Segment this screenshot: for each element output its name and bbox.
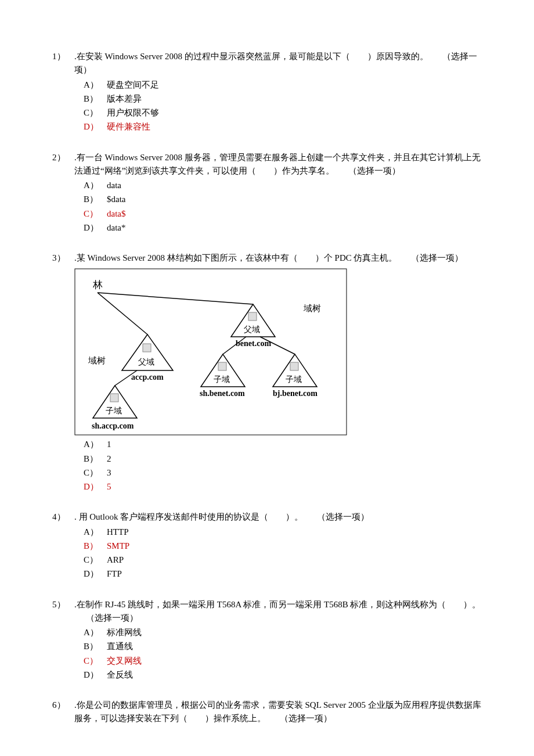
option-label: D） [84, 567, 107, 581]
option-text: SMTP [107, 539, 129, 553]
option-label: B） [84, 193, 107, 206]
option-text: data [107, 179, 121, 192]
options-list: A）data B）$data C）data$ D）data* [74, 179, 482, 235]
option-label: A） [84, 525, 107, 539]
label-tree-right: 域树 [303, 304, 321, 313]
question-6: 6） .你是公司的数据库管理员，根据公司的业务需求，需要安装 SQL Serve… [52, 699, 482, 726]
svg-line-1 [98, 293, 147, 334]
option-label: C） [84, 466, 107, 480]
question-text: .某 Windows Server 2008 林结构如下图所示，在该林中有（ ）… [74, 253, 397, 262]
svg-line-2 [98, 293, 253, 304]
question-header: 2） .有一台 Windows Server 2008 服务器，管理员需要在服务… [52, 151, 482, 236]
question-hint: （选择一项） [348, 166, 400, 175]
question-text: . 用 Outlook 客户端程序发送邮件时使用的协议是（ ）。 [74, 512, 303, 521]
option-text: 3 [107, 466, 111, 480]
question-body: . 用 Outlook 客户端程序发送邮件时使用的协议是（ ）。 （选择一项） … [74, 510, 482, 581]
label-sh-benet: sh.benet.com [200, 389, 245, 398]
option-a: A）硬盘空间不足 [84, 78, 482, 92]
option-text: data* [107, 221, 125, 235]
option-label: A） [84, 78, 107, 92]
options-list: A）1 B）2 C）3 D）5 [74, 438, 482, 494]
svg-rect-15 [110, 394, 118, 402]
option-d: D）硬件兼容性 [84, 120, 482, 134]
option-text: 硬盘空间不足 [107, 78, 159, 92]
option-text: HTTP [107, 525, 129, 539]
question-hint: （选择一项） [317, 512, 369, 521]
option-d: D）全反线 [84, 668, 482, 682]
option-text: 用户权限不够 [107, 106, 159, 120]
question-hint: （选择一项） [411, 253, 463, 262]
option-label: D） [84, 480, 107, 494]
option-a: A）1 [84, 438, 482, 451]
option-text: 交叉网线 [107, 654, 142, 668]
option-text: 全反线 [107, 668, 133, 682]
option-text: data$ [107, 207, 125, 221]
question-text: .你是公司的数据库管理员，根据公司的业务需求，需要安装 SQL Server 2… [74, 700, 481, 723]
question-number: 4） [52, 510, 74, 581]
option-c: C）3 [84, 466, 482, 480]
forest-diagram: 林 域树 父域 benet.com [74, 268, 482, 435]
svg-rect-10 [290, 362, 298, 370]
svg-rect-12 [143, 344, 151, 352]
svg-rect-4 [248, 312, 257, 321]
option-label: D） [84, 221, 107, 235]
option-a: A）HTTP [84, 525, 482, 539]
question-body: .某 Windows Server 2008 林结构如下图所示，在该林中有（ ）… [74, 251, 482, 494]
question-hint: （选择一项） [86, 613, 138, 622]
option-label: B） [84, 452, 107, 466]
options-list: A）HTTP B）SMTP C）ARP D）FTP [74, 525, 482, 581]
question-header: 5） .在制作 RJ-45 跳线时，如果一端采用 T568A 标准，而另一端采用… [52, 598, 482, 683]
option-label: C） [84, 654, 107, 668]
option-c: C）data$ [84, 207, 482, 221]
option-b: B）$data [84, 193, 482, 206]
question-header: 1） .在安装 Windows Server 2008 的过程中显示器突然蓝屏，… [52, 50, 482, 135]
question-body: .在制作 RJ-45 跳线时，如果一端采用 T568A 标准，而另一端采用 T5… [74, 598, 482, 683]
question-1: 1） .在安装 Windows Server 2008 的过程中显示器突然蓝屏，… [52, 50, 482, 135]
option-text: 直通线 [107, 640, 133, 653]
question-body: .在安装 Windows Server 2008 的过程中显示器突然蓝屏，最可能… [74, 50, 482, 135]
label-bj-benet: bj.benet.com [273, 389, 317, 398]
option-label: A） [84, 179, 107, 192]
question-body: .有一台 Windows Server 2008 服务器，管理员需要在服务器上创… [74, 151, 482, 236]
question-text: .有一台 Windows Server 2008 服务器，管理员需要在服务器上创… [74, 153, 481, 175]
question-3: 3） .某 Windows Server 2008 林结构如下图所示，在该林中有… [52, 251, 482, 494]
label-child-sh-benet: 子域 [214, 375, 230, 384]
label-child-sh-accp: 子域 [106, 406, 122, 415]
options-list: A）标准网线 B）直通线 C）交叉网线 D）全反线 [74, 626, 482, 682]
label-forest: 林 [92, 279, 103, 290]
question-text: .在制作 RJ-45 跳线时，如果一端采用 T568A 标准，而另一端采用 T5… [74, 600, 481, 609]
label-tree-left: 域树 [88, 356, 106, 365]
option-b: B）版本差异 [84, 92, 482, 106]
option-label: C） [84, 553, 107, 567]
option-text: 1 [107, 438, 111, 451]
option-label: C） [84, 106, 107, 120]
option-text: 标准网线 [107, 626, 142, 639]
question-header: 6） .你是公司的数据库管理员，根据公司的业务需求，需要安装 SQL Serve… [52, 699, 482, 726]
label-child-bj-benet: 子域 [286, 375, 302, 384]
options-list: A）硬盘空间不足 B）版本差异 C）用户权限不够 D）硬件兼容性 [74, 78, 482, 134]
question-5: 5） .在制作 RJ-45 跳线时，如果一端采用 T568A 标准，而另一端采用… [52, 598, 482, 683]
question-body: .你是公司的数据库管理员，根据公司的业务需求，需要安装 SQL Server 2… [74, 699, 482, 726]
option-label: D） [84, 120, 107, 134]
option-label: B） [84, 640, 107, 653]
question-2: 2） .有一台 Windows Server 2008 服务器，管理员需要在服务… [52, 151, 482, 236]
option-a: A）标准网线 [84, 626, 482, 639]
svg-rect-8 [218, 362, 226, 370]
question-number: 1） [52, 50, 74, 135]
question-header: 4） . 用 Outlook 客户端程序发送邮件时使用的协议是（ ）。 （选择一… [52, 510, 482, 581]
option-text: ARP [107, 553, 124, 567]
option-c: C）用户权限不够 [84, 106, 482, 120]
option-label: B） [84, 539, 107, 553]
question-number: 2） [52, 151, 74, 236]
label-parent-right: 父域 [244, 325, 260, 334]
option-label: A） [84, 626, 107, 639]
option-c: C）ARP [84, 553, 482, 567]
question-number: 5） [52, 598, 74, 683]
question-text: .在安装 Windows Server 2008 的过程中显示器突然蓝屏，最可能… [74, 52, 428, 61]
option-b: B）2 [84, 452, 482, 466]
option-b: B）直通线 [84, 640, 482, 653]
label-parent-left: 父域 [138, 358, 154, 366]
option-d: D）5 [84, 480, 482, 494]
question-number: 3） [52, 251, 74, 494]
question-4: 4） . 用 Outlook 客户端程序发送邮件时使用的协议是（ ）。 （选择一… [52, 510, 482, 581]
